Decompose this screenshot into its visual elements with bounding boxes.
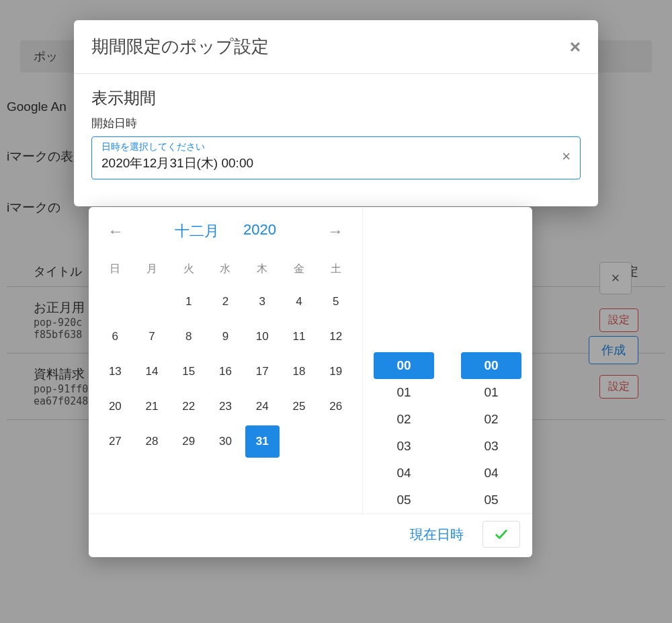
modal-close-button[interactable]: × (570, 36, 581, 58)
calendar-day[interactable]: 17 (245, 356, 280, 388)
prev-month-button[interactable]: ← (102, 219, 129, 243)
input-value: 2020年12月31日(木) 00:00 (101, 155, 253, 172)
minute-option[interactable]: 01 (461, 379, 521, 406)
calendar-day[interactable]: 11 (282, 321, 317, 353)
section-heading: 表示期間 (91, 87, 581, 109)
calendar-day[interactable]: 12 (319, 321, 353, 353)
calendar-day[interactable]: 22 (171, 390, 206, 423)
calendar-day[interactable]: 30 (208, 425, 243, 458)
calendar-day[interactable]: 15 (171, 356, 206, 388)
calendar-day[interactable]: 3 (245, 286, 280, 318)
calendar-day[interactable]: 7 (135, 321, 169, 353)
minute-option[interactable]: 02 (461, 406, 521, 433)
check-icon (494, 527, 509, 542)
hour-option[interactable]: 00 (374, 352, 434, 379)
minute-option[interactable]: 05 (461, 487, 521, 513)
calendar-day[interactable]: 13 (98, 356, 132, 388)
calendar-dow: 土 (319, 255, 353, 283)
popup-settings-modal: 期間限定のポップ設定 × 表示期間 開始日時 日時を選択してください 2020年… (74, 20, 598, 206)
hour-option[interactable]: 02 (374, 406, 434, 433)
next-month-button[interactable]: → (322, 219, 349, 243)
calendar-day[interactable]: 14 (135, 356, 169, 388)
calendar-day[interactable]: 26 (319, 390, 353, 423)
calendar-day[interactable]: 29 (171, 425, 206, 458)
calendar-day[interactable]: 25 (282, 390, 317, 423)
year-select[interactable]: 2020 (243, 221, 276, 241)
calendar-day[interactable]: 4 (282, 286, 317, 318)
calendar-day[interactable]: 1 (171, 286, 206, 318)
confirm-button[interactable] (482, 521, 520, 548)
calendar-day[interactable]: 8 (171, 321, 206, 353)
calendar-day[interactable]: 19 (319, 356, 353, 388)
calendar-day[interactable]: 21 (135, 390, 169, 423)
modal-title: 期間限定のポップ設定 (91, 35, 269, 58)
input-clear-button[interactable]: × (562, 148, 571, 165)
calendar-day[interactable]: 23 (208, 390, 243, 423)
hour-option[interactable]: 04 (374, 460, 434, 487)
calendar-dow: 日 (98, 255, 132, 283)
calendar-day[interactable]: 31 (245, 425, 280, 458)
month-select[interactable]: 十二月 (175, 221, 219, 241)
calendar-day[interactable]: 16 (208, 356, 243, 388)
calendar-day[interactable]: 6 (98, 321, 132, 353)
calendar-day[interactable]: 5 (319, 286, 353, 318)
hour-column: 000102030405 (370, 352, 437, 513)
hour-option[interactable]: 05 (374, 487, 434, 513)
calendar-day[interactable]: 28 (135, 425, 169, 458)
calendar-day[interactable]: 18 (282, 356, 317, 388)
modal-header: 期間限定のポップ設定 × (74, 20, 598, 74)
datetime-picker: ← 十二月 2020 → 日月火水木金土12345678910111213141… (89, 207, 532, 557)
calendar: ← 十二月 2020 → 日月火水木金土12345678910111213141… (89, 207, 363, 513)
calendar-dow: 火 (171, 255, 206, 283)
calendar-day[interactable]: 24 (245, 390, 280, 423)
minute-option[interactable]: 04 (461, 460, 521, 487)
input-float-label: 日時を選択してください (101, 141, 253, 153)
calendar-day[interactable]: 27 (98, 425, 132, 458)
now-button[interactable]: 現在日時 (403, 522, 470, 548)
start-datetime-label: 開始日時 (91, 116, 581, 131)
calendar-day[interactable]: 2 (208, 286, 243, 318)
calendar-day[interactable]: 9 (208, 321, 243, 353)
start-datetime-input[interactable]: 日時を選択してください 2020年12月31日(木) 00:00 × (91, 136, 581, 179)
calendar-dow: 月 (135, 255, 169, 283)
hour-option[interactable]: 01 (374, 379, 434, 406)
calendar-day[interactable]: 20 (98, 390, 132, 423)
time-selector: 000102030405 000102030405 (363, 207, 532, 513)
calendar-dow: 金 (282, 255, 317, 283)
minute-option[interactable]: 00 (461, 352, 521, 379)
minute-option[interactable]: 03 (461, 433, 521, 460)
calendar-dow: 水 (208, 255, 243, 283)
calendar-dow: 木 (245, 255, 280, 283)
calendar-day[interactable]: 10 (245, 321, 280, 353)
minute-column: 000102030405 (458, 352, 525, 513)
hour-option[interactable]: 03 (374, 433, 434, 460)
